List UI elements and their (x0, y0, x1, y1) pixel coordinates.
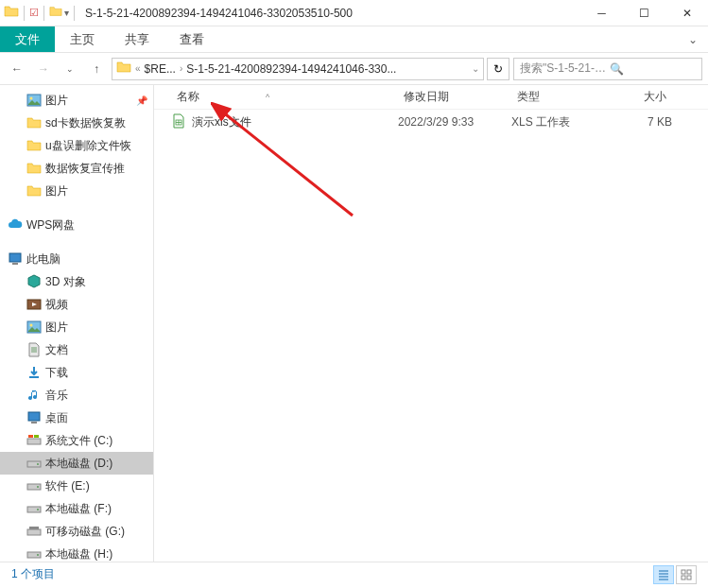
sidebar-item-drive-e[interactable]: 软件 (E:) (0, 475, 153, 497)
sidebar-item[interactable]: u盘误删除文件恢 (0, 134, 153, 157)
svg-rect-26 (682, 576, 685, 579)
file-tab[interactable]: 文件 (0, 26, 55, 52)
svg-rect-11 (34, 435, 39, 438)
sidebar-item-videos[interactable]: 视频 (0, 293, 153, 316)
nav-forward-button[interactable]: → (32, 58, 55, 80)
svg-rect-27 (687, 576, 691, 579)
sidebar-item-downloads[interactable]: 下载 (0, 361, 153, 384)
file-date: 2022/3/29 9:33 (398, 115, 511, 129)
drive-removable-icon (26, 524, 42, 539)
qat-checkbox-icon[interactable]: ☑ (29, 7, 39, 19)
folder-small-icon (49, 5, 62, 21)
refresh-button[interactable]: ↻ (487, 58, 509, 80)
column-date[interactable]: 修改日期 (398, 89, 511, 105)
sidebar-item[interactable]: sd卡数据恢复教 (0, 112, 153, 134)
nav-up-button[interactable]: ↑ (85, 58, 108, 80)
video-icon (26, 297, 42, 312)
sidebar-item-wps[interactable]: WPS网盘 (0, 214, 153, 236)
svg-point-15 (37, 486, 39, 488)
address-dropdown-icon[interactable]: ⌄ (472, 63, 479, 74)
drive-icon (26, 501, 42, 516)
column-name[interactable]: 名称 ^ (171, 89, 398, 105)
tab-view[interactable]: 查看 (164, 26, 219, 52)
ribbon-expand-icon[interactable]: ⌄ (678, 26, 708, 52)
sidebar-item-pictures[interactable]: 图片 📌 (0, 89, 153, 112)
sidebar-item-music[interactable]: 音乐 (0, 384, 153, 406)
svg-rect-19 (29, 527, 39, 529)
file-name: 演示xls文件 (192, 114, 251, 130)
view-details-button[interactable] (653, 565, 674, 584)
svg-rect-2 (9, 253, 21, 262)
svg-rect-8 (31, 422, 37, 424)
sidebar-item-pictures[interactable]: 图片 (0, 316, 153, 338)
cloud-icon (8, 217, 23, 233)
ribbon-tabs: 文件 主页 共享 查看 ⌄ (0, 26, 708, 53)
folder-icon (26, 161, 42, 176)
picture-icon (26, 93, 42, 108)
svg-point-1 (30, 97, 33, 100)
file-type: XLS 工作表 (511, 114, 615, 130)
sidebar-item-3d[interactable]: 3D 对象 (0, 270, 153, 293)
download-icon (26, 365, 42, 380)
search-placeholder: 搜索"S-1-5-21-4200892394... (520, 61, 606, 77)
music-icon (26, 388, 42, 403)
navigation-tree[interactable]: 图片 📌 sd卡数据恢复教 u盘误删除文件恢 数据恢复宣传推 图片 WPS网盘 … (0, 85, 154, 562)
file-row[interactable]: 演示xls文件 2022/3/29 9:33 XLS 工作表 7 KB (154, 110, 708, 134)
sidebar-item-drive-d[interactable]: 本地磁盘 (D:) (0, 452, 153, 475)
view-icons-button[interactable] (676, 565, 697, 584)
sidebar-item-drive-c[interactable]: 系统文件 (C:) (0, 429, 153, 452)
svg-point-21 (37, 554, 39, 556)
sort-indicator-icon: ^ (266, 93, 269, 102)
folder-icon (26, 115, 42, 130)
svg-rect-18 (27, 529, 41, 535)
qat-overflow-icon[interactable]: ▾ (64, 8, 69, 18)
window-title: S-1-5-21-4200892394-1494241046-330205351… (78, 7, 580, 20)
sidebar-item-desktop[interactable]: 桌面 (0, 406, 153, 429)
nav-back-button[interactable]: ← (6, 58, 28, 80)
column-size[interactable]: 大小 (615, 89, 672, 105)
sidebar-item[interactable]: 图片 (0, 180, 153, 202)
document-icon (26, 342, 42, 357)
tab-share[interactable]: 共享 (110, 26, 164, 52)
svg-rect-10 (28, 435, 33, 438)
search-input[interactable]: 搜索"S-1-5-21-4200892394... 🔍 (513, 58, 702, 80)
svg-point-13 (37, 463, 39, 465)
quick-access-toolbar: ☑ ▾ (0, 4, 78, 22)
folder-icon (26, 183, 42, 199)
sidebar-item-drive-g[interactable]: 可移动磁盘 (G:) (0, 520, 153, 543)
tab-home[interactable]: 主页 (55, 26, 110, 52)
file-size: 7 KB (615, 115, 672, 129)
breadcrumb[interactable]: S-1-5-21-4200892394-1494241046-330... (186, 62, 396, 76)
svg-rect-25 (687, 570, 691, 574)
svg-point-17 (37, 509, 39, 510)
sidebar-item-documents[interactable]: 文档 (0, 338, 153, 361)
minimize-button[interactable]: ─ (580, 0, 623, 26)
maximize-button[interactable]: ☐ (623, 0, 665, 26)
drive-icon (26, 478, 42, 493)
svg-rect-24 (682, 570, 685, 574)
drive-windows-icon (26, 433, 42, 448)
folder-icon (116, 60, 131, 78)
status-bar: 1 个项目 (0, 562, 708, 586)
xls-file-icon (171, 113, 186, 131)
sidebar-item-drive-f[interactable]: 本地磁盘 (F:) (0, 497, 153, 520)
svg-rect-3 (12, 263, 18, 265)
svg-rect-7 (28, 412, 40, 421)
column-type[interactable]: 类型 (511, 89, 615, 105)
title-bar: ☑ ▾ S-1-5-21-4200892394-1494241046-33020… (0, 0, 708, 26)
search-icon: 🔍 (610, 62, 696, 76)
desktop-icon (26, 410, 42, 425)
svg-rect-9 (27, 439, 41, 444)
file-list-pane: 名称 ^ 修改日期 类型 大小 演示xls文件 2022/3/29 9:33 X… (154, 85, 708, 562)
sidebar-item-drive-h[interactable]: 本地磁盘 (H:) (0, 543, 153, 562)
sidebar-item-thispc[interactable]: 此电脑 (0, 248, 153, 270)
sidebar-item[interactable]: 数据恢复宣传推 (0, 157, 153, 180)
nav-bar: ← → ⌄ ↑ « $RE... › S-1-5-21-4200892394-1… (0, 53, 708, 85)
breadcrumb[interactable]: $RE... (145, 62, 176, 76)
folder-icon (26, 138, 42, 153)
svg-point-6 (30, 324, 33, 327)
address-bar[interactable]: « $RE... › S-1-5-21-4200892394-149424104… (112, 58, 484, 80)
close-button[interactable]: ✕ (665, 0, 708, 26)
nav-history-icon[interactable]: ⌄ (59, 58, 81, 80)
column-headers[interactable]: 名称 ^ 修改日期 类型 大小 (154, 85, 708, 110)
